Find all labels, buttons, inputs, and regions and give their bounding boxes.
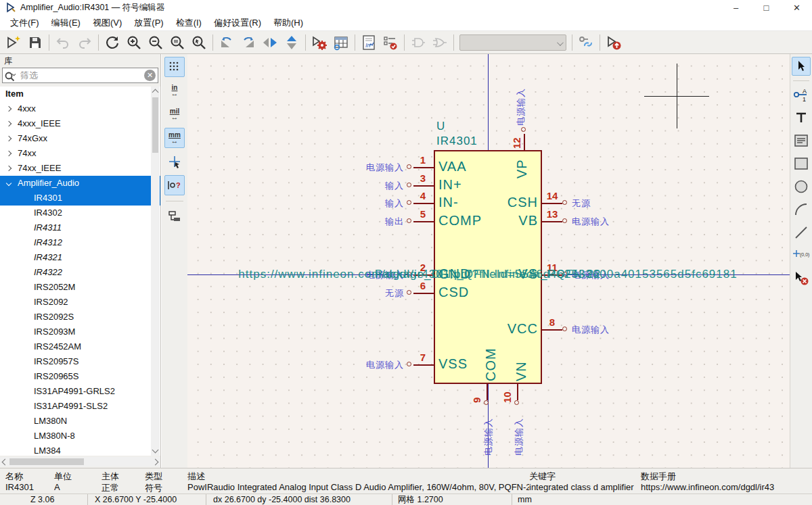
symbol-tree-toggle-button[interactable] bbox=[164, 206, 185, 226]
symbol-reference[interactable]: U bbox=[436, 120, 445, 133]
zoom-fit-button[interactable] bbox=[166, 32, 188, 53]
tree-vertical-scrollbar[interactable] bbox=[151, 87, 160, 456]
clear-search-icon[interactable]: ✕ bbox=[144, 70, 156, 81]
scrollbar-thumb[interactable] bbox=[152, 97, 158, 153]
menu-item-1[interactable]: 编辑(E) bbox=[45, 15, 87, 31]
tree-item-IRS2092[interactable]: IRS2092 bbox=[0, 295, 160, 310]
tree-item-IRS2092S[interactable]: IRS2092S bbox=[0, 310, 160, 324]
tree-item-74xx[interactable]: 74xx bbox=[0, 146, 160, 161]
tree-item-IR4322[interactable]: IR4322 bbox=[0, 265, 160, 280]
demorgan-standard-button[interactable] bbox=[407, 32, 429, 53]
pin-1-line[interactable] bbox=[413, 167, 434, 168]
tree-item-IRS20965S[interactable]: IRS20965S bbox=[0, 369, 160, 384]
pin-10-line[interactable] bbox=[517, 384, 518, 400]
rotate-ccw-button[interactable] bbox=[216, 32, 238, 53]
scroll-up-icon[interactable] bbox=[152, 89, 159, 96]
pin-12-line[interactable] bbox=[524, 134, 525, 150]
tree-item-IS31AP4991-GRLS2[interactable]: IS31AP4991-GRLS2 bbox=[0, 384, 160, 399]
mirror-horizontal-button[interactable] bbox=[259, 32, 281, 53]
tree-item-IR4312[interactable]: IR4312 bbox=[0, 235, 160, 250]
pin-3-name[interactable]: IN+ bbox=[438, 177, 462, 193]
pin-1-name[interactable]: VAA bbox=[438, 159, 467, 174]
symbol-value[interactable]: IR4301 bbox=[436, 135, 478, 148]
pin-12-name[interactable]: VP bbox=[514, 159, 530, 178]
menu-item-4[interactable]: 检查(I) bbox=[170, 15, 208, 31]
tree-item-4xxx[interactable]: 4xxx bbox=[0, 101, 160, 116]
chevron-collapsed-icon[interactable] bbox=[6, 121, 12, 126]
tree-item-4xxx_IEEE[interactable]: 4xxx_IEEE bbox=[0, 116, 160, 131]
pin-7-name[interactable]: VSS bbox=[438, 356, 468, 372]
chevron-collapsed-icon[interactable] bbox=[6, 136, 12, 141]
menu-item-0[interactable]: 文件(F) bbox=[4, 15, 45, 31]
editor-canvas[interactable]: UIR43011VAA电源输入3IN+输入4IN-输入5COMP输出2GND电源… bbox=[187, 54, 790, 468]
menu-item-6[interactable]: 帮助(H) bbox=[267, 15, 309, 31]
chevron-collapsed-icon[interactable] bbox=[6, 106, 12, 112]
pin-10-name[interactable]: VN bbox=[514, 361, 529, 381]
units-inches-button[interactable]: in↔ bbox=[164, 80, 185, 101]
chevron-expanded-icon[interactable] bbox=[6, 181, 12, 186]
tree-item-IRS2452AM[interactable]: IRS2452AM bbox=[0, 339, 160, 354]
tree-item-IRS20957S[interactable]: IRS20957S bbox=[0, 354, 160, 369]
pin-4-line[interactable] bbox=[413, 203, 434, 204]
units-mm-button[interactable]: mm↔ bbox=[164, 128, 185, 148]
menu-item-5[interactable]: 偏好设置(R) bbox=[208, 15, 267, 31]
scroll-right-icon[interactable] bbox=[152, 459, 159, 466]
tree-item-LM380N[interactable]: LM380N bbox=[0, 414, 160, 429]
save-button[interactable] bbox=[24, 32, 46, 53]
library-search[interactable]: ✕ bbox=[2, 68, 158, 83]
pin-7-line[interactable] bbox=[413, 364, 434, 366]
pin-edit-mode-button[interactable] bbox=[575, 32, 597, 53]
tree-item-IRS2093M[interactable]: IRS2093M bbox=[0, 324, 160, 339]
tree-item-IR4311[interactable]: IR4311 bbox=[0, 220, 160, 235]
move-anchor-tool-button[interactable]: (0,0) bbox=[792, 246, 811, 265]
zoom-selection-button[interactable] bbox=[188, 32, 210, 53]
delete-tool-button[interactable] bbox=[792, 269, 811, 288]
minimize-button[interactable]: – bbox=[721, 0, 751, 15]
tree-item-IR4301[interactable]: IR4301 bbox=[0, 191, 160, 206]
scroll-down-icon[interactable] bbox=[152, 447, 159, 454]
search-input[interactable] bbox=[20, 70, 144, 80]
pin-8-line[interactable] bbox=[542, 329, 562, 331]
chevron-collapsed-icon[interactable] bbox=[6, 166, 12, 171]
scroll-left-icon[interactable] bbox=[2, 459, 9, 466]
pin-13-line[interactable] bbox=[542, 221, 562, 222]
zoom-out-button[interactable] bbox=[145, 32, 166, 53]
pin-6-line[interactable] bbox=[413, 293, 434, 294]
add-arc-tool-button[interactable] bbox=[792, 200, 811, 219]
fullscreen-cursor-button[interactable] bbox=[164, 151, 185, 172]
symbol-properties-button[interactable] bbox=[309, 32, 330, 53]
tree-item-LM380N-8[interactable]: LM380N-8 bbox=[0, 429, 160, 443]
units-mils-button[interactable]: mil↔ bbox=[164, 104, 185, 124]
search-icon[interactable] bbox=[3, 70, 20, 82]
tree-item-IR4321[interactable]: IR4321 bbox=[0, 250, 160, 265]
rotate-cw-button[interactable] bbox=[238, 32, 259, 53]
add-line-tool-button[interactable] bbox=[792, 223, 811, 242]
chevron-collapsed-icon[interactable] bbox=[6, 151, 12, 156]
pin-14-line[interactable] bbox=[542, 203, 562, 204]
menu-item-3[interactable]: 放置(P) bbox=[128, 15, 169, 31]
tree-item-IRS2052M[interactable]: IRS2052M bbox=[0, 280, 160, 295]
refresh-view-button[interactable] bbox=[102, 32, 123, 53]
tree-item-IR4302[interactable]: IR4302 bbox=[0, 206, 160, 220]
pin-6-name[interactable]: CSD bbox=[438, 285, 469, 300]
tree-horizontal-scrollbar[interactable] bbox=[0, 457, 160, 466]
scrollbar-thumb[interactable] bbox=[9, 458, 84, 465]
new-symbol-button[interactable] bbox=[3, 32, 24, 53]
pin-electrical-type-button[interactable]: ? bbox=[164, 175, 185, 195]
tree-item-Amplifier_Audio[interactable]: Amplifier_Audio bbox=[0, 176, 160, 191]
add-pin-tool-button[interactable]: A1 bbox=[792, 85, 811, 104]
select-tool-button[interactable] bbox=[792, 57, 811, 76]
tree-item-74xx_IEEE[interactable]: 74xx_IEEE bbox=[0, 161, 160, 176]
grid-toggle-button[interactable] bbox=[164, 57, 185, 77]
zoom-in-button[interactable] bbox=[123, 32, 145, 53]
pin-14-name[interactable]: CSH bbox=[434, 195, 538, 210]
symbol-check-button[interactable] bbox=[380, 32, 401, 53]
pin-9-line[interactable] bbox=[487, 384, 488, 400]
pin-3-line[interactable] bbox=[413, 185, 434, 187]
pin-5-line[interactable] bbox=[413, 221, 434, 222]
pin-8-name[interactable]: VCC bbox=[434, 321, 538, 337]
menu-item-2[interactable]: 视图(V) bbox=[87, 15, 128, 31]
export-symbol-button[interactable] bbox=[603, 32, 625, 53]
add-textbox-tool-button[interactable] bbox=[792, 131, 811, 150]
tree-item-74xGxx[interactable]: 74xGxx bbox=[0, 131, 160, 146]
